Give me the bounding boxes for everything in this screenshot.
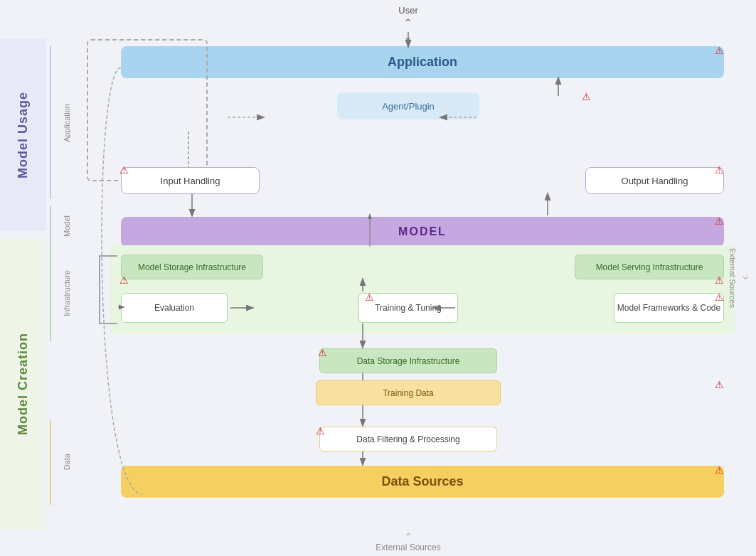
warn-model-storage: ⚠ [117, 274, 130, 287]
sub-model-label: Model [63, 215, 71, 237]
data-sources-label: Data Sources [381, 474, 463, 489]
user-arrow: ⌃⌄ [403, 17, 412, 43]
user-label: User [398, 5, 417, 16]
warn-agent: ⚠ [580, 90, 592, 103]
bottom-arrow-up: ⌃ [404, 531, 412, 542]
evaluation-box: Evaluation [121, 293, 228, 323]
data-storage-box: Data Storage Infrastructure [319, 348, 497, 373]
output-handling-box: Output Handling [585, 167, 724, 194]
input-handling-label: Input Handling [161, 176, 220, 186]
external-sources-right: › External Sources [728, 248, 752, 308]
application-label: Application [388, 55, 457, 70]
frameworks-label: Model Frameworks & Code [617, 303, 720, 313]
warn-training: ⚠ [363, 291, 376, 304]
warn-model: ⚠ [713, 215, 725, 228]
frameworks-box: Model Frameworks & Code [614, 293, 724, 323]
model-creation-label: Model Creation [16, 333, 31, 435]
model-box: MODEL [121, 217, 724, 247]
model-serving-label: Model Serving Infrastructure [596, 262, 703, 272]
model-storage-box: Model Storage Infrastructure [121, 255, 263, 279]
agent-plugin-label: Agent/Plugin [382, 101, 435, 112]
warn-application: ⚠ [713, 44, 725, 57]
data-sources-box: Data Sources [121, 466, 724, 498]
content-wrapper: User ⌃⌄ Application ⚠ Agent/Plugin ⚠ Inp… [85, 0, 731, 556]
model-creation-band: Model Creation [0, 238, 46, 530]
training-data-label: Training Data [383, 388, 434, 398]
training-tuning-label: Training & Tuning [375, 303, 442, 313]
sub-data-label: Data [63, 454, 71, 470]
warn-model-serving: ⚠ [713, 274, 725, 287]
sub-data-band: Data [50, 419, 82, 505]
evaluation-label: Evaluation [154, 303, 194, 313]
sub-infrastructure-label: Infrastructure [63, 270, 71, 316]
warn-training-data: ⚠ [713, 378, 725, 391]
data-storage-label: Data Storage Infrastructure [357, 356, 460, 366]
sub-application-band: Application [50, 46, 82, 199]
warn-data-sources: ⚠ [713, 464, 725, 476]
warn-data-storage: ⚠ [316, 346, 329, 359]
warn-frameworks: ⚠ [713, 291, 725, 304]
dashed-border [87, 39, 208, 181]
data-filtering-label: Data Filtering & Processing [356, 434, 459, 444]
input-handling-box: Input Handling [121, 167, 260, 194]
model-label: MODEL [398, 225, 447, 238]
user-section: User ⌃⌄ [398, 4, 417, 43]
warn-output: ⚠ [713, 164, 725, 176]
training-data-box: Training Data [316, 380, 501, 405]
data-filtering-box: Data Filtering & Processing [319, 427, 497, 451]
sub-application-label: Application [63, 104, 71, 142]
agent-plugin-box: Agent/Plugin [337, 92, 479, 119]
model-storage-label: Model Storage Infrastructure [138, 262, 246, 272]
output-handling-label: Output Handling [622, 176, 688, 186]
application-box: Application [121, 46, 724, 78]
model-serving-box: Model Serving Infrastructure [575, 255, 724, 279]
external-sources-bottom: ⌃ External Sources [376, 531, 440, 552]
diagram-container: Model Usage Model Creation Application M… [0, 0, 756, 556]
warn-input: ⚠ [117, 164, 130, 176]
sub-infrastructure-band: Infrastructure [50, 245, 82, 341]
model-usage-label: Model Usage [16, 92, 31, 178]
right-chevron[interactable]: › [740, 276, 752, 279]
warn-data-filtering: ⚠ [314, 424, 326, 437]
external-sources-bottom-label: External Sources [376, 542, 440, 552]
external-sources-right-label: External Sources [728, 248, 737, 308]
model-usage-band: Model Usage [0, 39, 46, 231]
sub-model-band: Model [50, 206, 82, 245]
